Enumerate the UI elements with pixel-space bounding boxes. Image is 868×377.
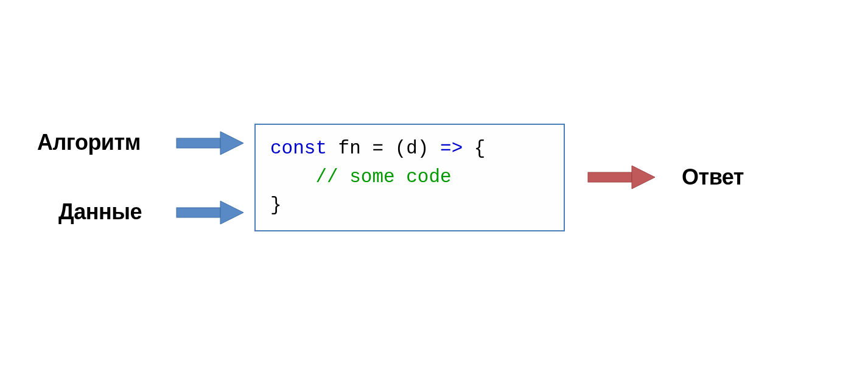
code-token-brace: } [270,194,282,216]
code-token-arrow: => [440,138,463,159]
arrow-right-icon [174,197,247,228]
code-line-1: const fn = (d) => { [270,135,549,163]
code-block: const fn = (d) => { // some code } [254,124,565,231]
code-line-2: // some code [270,163,549,192]
svg-rect-4 [588,172,632,182]
svg-marker-3 [220,201,243,224]
label-data: Данные [58,199,142,225]
code-token-plain: { [463,138,485,159]
label-algorithm: Алгоритм [37,130,141,155]
arrow-right-icon [586,162,659,192]
code-indent [270,166,315,188]
code-token-plain: fn = (d) [327,138,440,159]
label-answer: Ответ [682,164,744,190]
code-token-keyword: const [270,138,327,159]
arrow-right-icon [174,128,247,158]
code-token-comment: // some code [315,166,451,188]
svg-marker-1 [220,132,243,155]
code-line-3: } [270,191,549,220]
svg-rect-2 [177,208,220,217]
svg-rect-0 [177,138,220,148]
svg-marker-5 [632,166,655,189]
